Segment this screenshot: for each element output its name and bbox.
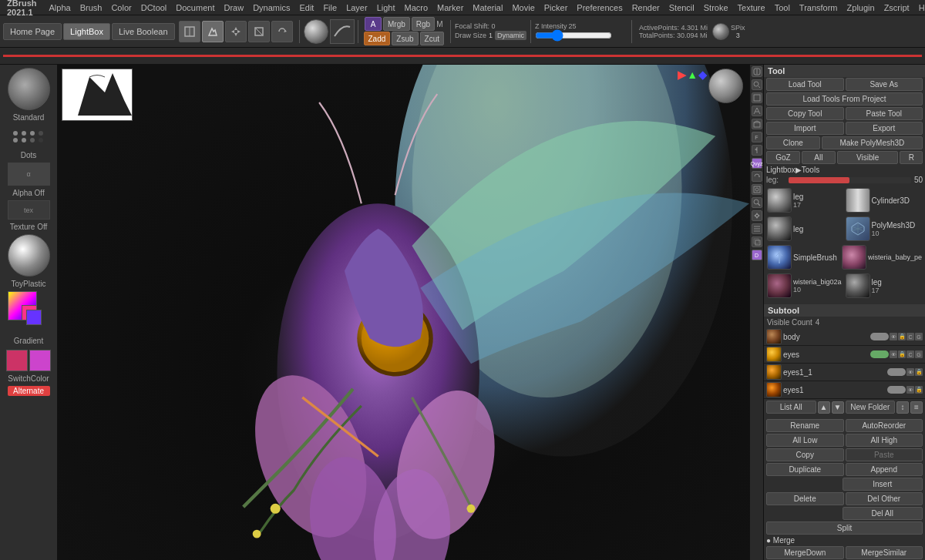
linefill-btn[interactable]: [752, 223, 762, 234]
si-toggle-eyes[interactable]: [870, 350, 889, 358]
rgb-mode-btn[interactable]: A: [365, 17, 382, 31]
menu-stencil[interactable]: Stencil: [665, 3, 698, 12]
menu-zplugin[interactable]: Zplugin: [843, 3, 879, 12]
menu-file[interactable]: File: [319, 3, 341, 12]
si-toggle-eyes1[interactable]: [887, 368, 906, 376]
secondary-color-swatch[interactable]: [29, 350, 51, 371]
lsym-btn[interactable]: [752, 145, 762, 156]
menu-brush[interactable]: Brush: [76, 3, 106, 12]
si-color-body[interactable]: C: [906, 333, 914, 340]
dynamic-ctrl-btn[interactable]: D: [752, 250, 762, 260]
make-polymesh3d-btn[interactable]: Make PolyMesh3D: [822, 136, 923, 149]
tool-item-simplebrush[interactable]: SimpleBrush: [767, 245, 840, 270]
merge-down-btn[interactable]: MergeDown: [766, 546, 844, 559]
dots-preview[interactable]: [9, 125, 48, 148]
lightbox-tools-label[interactable]: Lightbox▶Tools: [766, 166, 819, 174]
paste-tool-btn[interactable]: Paste Tool: [846, 107, 923, 120]
mrgb-btn[interactable]: Mrgb: [383, 17, 410, 31]
menu-preferences[interactable]: Preferences: [573, 3, 626, 12]
delete-btn[interactable]: Delete: [766, 492, 844, 505]
r-btn[interactable]: R: [900, 151, 923, 164]
menu-macro[interactable]: Macro: [401, 3, 432, 12]
menu-marker[interactable]: Marker: [433, 3, 467, 12]
si-lock-eyes2[interactable]: 🔒: [915, 386, 923, 394]
tool-draw[interactable]: [202, 21, 224, 42]
load-tool-btn[interactable]: Load Tool: [766, 78, 844, 91]
rename-btn[interactable]: Rename: [766, 419, 844, 432]
copy-tool-btn[interactable]: Copy Tool: [766, 107, 844, 120]
clone-btn[interactable]: Clone: [766, 136, 820, 149]
menu-dctool[interactable]: DCtool: [137, 3, 171, 12]
si-toggle-body[interactable]: [870, 333, 889, 340]
new-folder-arrow2[interactable]: ≡: [910, 401, 923, 414]
tool-scale[interactable]: [248, 21, 270, 42]
menu-draw[interactable]: Draw: [220, 3, 247, 12]
split-btn[interactable]: Split: [766, 521, 923, 535]
import-btn[interactable]: Import: [766, 122, 844, 135]
primary-color-swatch[interactable]: [6, 350, 28, 371]
export-btn[interactable]: Export: [846, 122, 923, 135]
si-color-eyes[interactable]: C: [906, 350, 914, 358]
tab-liveboolean[interactable]: Live Boolean: [112, 23, 175, 40]
tool-rotate[interactable]: [271, 21, 293, 42]
menu-movie[interactable]: Movie: [508, 3, 538, 12]
persp-btn[interactable]: [752, 119, 762, 129]
menu-texture[interactable]: Texture: [734, 3, 769, 12]
list-all-btn[interactable]: List All: [766, 401, 816, 414]
zsub-btn[interactable]: Zsub: [392, 32, 418, 45]
all-high-btn[interactable]: All High: [846, 434, 923, 447]
texture-preview[interactable]: tex: [8, 200, 50, 220]
zcut-btn[interactable]: Zcut: [420, 32, 444, 45]
del-all-btn[interactable]: Del All: [843, 507, 923, 520]
zoom3d-btn[interactable]: [752, 197, 762, 208]
list-all-arrow-up[interactable]: ▲: [818, 401, 830, 414]
color-picker[interactable]: [8, 291, 50, 334]
brush-sphere[interactable]: [304, 19, 328, 44]
material-preview[interactable]: [8, 234, 50, 277]
si-geo-eyes[interactable]: G: [915, 350, 923, 358]
zoom-btn[interactable]: [752, 79, 762, 90]
frame-btn[interactable]: [752, 184, 762, 195]
menu-transform[interactable]: Transform: [796, 3, 842, 12]
new-folder-arrow[interactable]: ↕: [896, 401, 909, 414]
si-eye-eyes2[interactable]: 👁: [906, 386, 914, 394]
append-btn[interactable]: Append: [846, 463, 923, 476]
si-lock-eyes1[interactable]: 🔒: [915, 368, 923, 376]
save-as-btn[interactable]: Save As: [846, 78, 923, 91]
tool-item-leg3[interactable]: leg 17: [846, 273, 923, 298]
merge-similar-btn[interactable]: MergeSimilar: [846, 546, 923, 559]
rotate-ctrl-btn[interactable]: [752, 171, 762, 182]
menu-tool[interactable]: Tool: [771, 3, 794, 12]
menu-light[interactable]: Light: [373, 3, 399, 12]
menu-alpha[interactable]: Alpha: [45, 3, 75, 12]
menu-help[interactable]: Help: [915, 3, 925, 12]
menu-document[interactable]: Document: [172, 3, 218, 12]
alternate-button[interactable]: Alternate: [8, 386, 50, 396]
subtool-item-eyes2[interactable]: eyes1 👁 🔒: [764, 381, 925, 399]
si-eye-eyes[interactable]: 👁: [890, 350, 897, 358]
load-tools-from-project-btn[interactable]: Load Tools From Project: [766, 92, 923, 106]
duplicate-btn[interactable]: Duplicate: [766, 463, 844, 476]
subtool-header[interactable]: Subtool: [764, 304, 925, 317]
nav-sphere[interactable]: [708, 69, 745, 106]
subtool-item-eyes1[interactable]: eyes1_1 👁 🔒: [764, 364, 925, 381]
menu-edit[interactable]: Edit: [295, 3, 318, 12]
aahalf-btn[interactable]: [752, 106, 762, 116]
goz-btn[interactable]: GoZ: [766, 151, 800, 164]
si-geo-body[interactable]: G: [915, 333, 923, 340]
si-lock-eyes[interactable]: 🔒: [898, 350, 906, 358]
si-eye-eyes1[interactable]: 👁: [906, 368, 914, 376]
z-intensity-slider[interactable]: [535, 31, 612, 40]
alpha-preview[interactable]: α: [8, 163, 50, 186]
menu-render[interactable]: Render: [628, 3, 664, 12]
new-folder-btn[interactable]: New Folder: [846, 401, 896, 414]
tool-item-cylinder[interactable]: Cylinder3D: [846, 188, 923, 213]
all-low-btn[interactable]: All Low: [766, 434, 844, 447]
copy-subtool-btn[interactable]: Copy: [766, 448, 844, 461]
dynamic-label[interactable]: Dynamic: [495, 31, 526, 40]
actual-btn[interactable]: [752, 92, 762, 103]
menu-layer[interactable]: Layer: [342, 3, 372, 12]
tool-item-wisteria[interactable]: wisteria_baby_pe: [842, 245, 922, 270]
tool-item-leg[interactable]: leg 17: [767, 188, 844, 213]
stroke-preview[interactable]: [330, 19, 355, 44]
